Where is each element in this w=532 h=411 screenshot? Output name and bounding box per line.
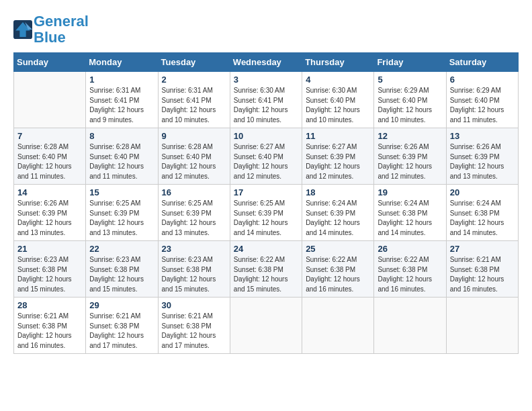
day-number: 21 [17, 244, 82, 254]
calendar-table: SundayMondayTuesdayWednesdayThursdayFrid… [13, 52, 519, 354]
calendar-day-cell: 8Sunrise: 6:28 AM Sunset: 6:40 PM Daylig… [86, 128, 158, 185]
calendar-day-cell: 7Sunrise: 6:28 AM Sunset: 6:40 PM Daylig… [14, 128, 86, 185]
day-info: Sunrise: 6:21 AM Sunset: 6:38 PM Dayligh… [17, 312, 82, 351]
calendar-day-cell: 22Sunrise: 6:23 AM Sunset: 6:38 PM Dayli… [86, 241, 158, 298]
day-info: Sunrise: 6:22 AM Sunset: 6:38 PM Dayligh… [234, 255, 298, 294]
calendar-week-row: 14Sunrise: 6:26 AM Sunset: 6:39 PM Dayli… [14, 185, 519, 241]
calendar-week-row: 28Sunrise: 6:21 AM Sunset: 6:38 PM Dayli… [14, 298, 519, 354]
calendar-day-cell: 17Sunrise: 6:25 AM Sunset: 6:39 PM Dayli… [230, 185, 302, 241]
calendar-day-cell [446, 298, 518, 354]
day-info: Sunrise: 6:27 AM Sunset: 6:39 PM Dayligh… [306, 142, 370, 181]
day-number: 7 [17, 131, 82, 141]
day-info: Sunrise: 6:21 AM Sunset: 6:38 PM Dayligh… [162, 312, 226, 351]
day-number: 18 [306, 187, 370, 197]
day-info: Sunrise: 6:21 AM Sunset: 6:38 PM Dayligh… [89, 312, 154, 351]
day-number: 25 [306, 244, 370, 254]
calendar-day-cell: 26Sunrise: 6:22 AM Sunset: 6:38 PM Dayli… [374, 241, 446, 298]
calendar-day-cell: 9Sunrise: 6:28 AM Sunset: 6:40 PM Daylig… [158, 128, 230, 185]
page-header: GeneralBlue [13, 13, 519, 46]
calendar-day-cell: 30Sunrise: 6:21 AM Sunset: 6:38 PM Dayli… [158, 298, 230, 354]
day-number: 1 [89, 75, 154, 85]
calendar-week-row: 7Sunrise: 6:28 AM Sunset: 6:40 PM Daylig… [14, 128, 519, 185]
day-number: 13 [450, 131, 515, 141]
day-number: 22 [89, 244, 154, 254]
day-info: Sunrise: 6:27 AM Sunset: 6:40 PM Dayligh… [234, 142, 298, 181]
day-info: Sunrise: 6:22 AM Sunset: 6:38 PM Dayligh… [378, 255, 442, 294]
calendar-day-cell: 24Sunrise: 6:22 AM Sunset: 6:38 PM Dayli… [230, 241, 302, 298]
calendar-header-row: SundayMondayTuesdayWednesdayThursdayFrid… [14, 53, 519, 72]
day-number: 10 [234, 131, 298, 141]
day-number: 23 [162, 244, 226, 254]
calendar-day-cell: 10Sunrise: 6:27 AM Sunset: 6:40 PM Dayli… [230, 128, 302, 185]
day-info: Sunrise: 6:26 AM Sunset: 6:39 PM Dayligh… [378, 142, 442, 181]
day-number: 11 [306, 131, 370, 141]
calendar-day-cell: 18Sunrise: 6:24 AM Sunset: 6:39 PM Dayli… [302, 185, 374, 241]
calendar-day-cell: 5Sunrise: 6:29 AM Sunset: 6:40 PM Daylig… [374, 72, 446, 128]
calendar-day-cell [374, 298, 446, 354]
calendar-day-cell: 11Sunrise: 6:27 AM Sunset: 6:39 PM Dayli… [302, 128, 374, 185]
calendar-day-cell: 19Sunrise: 6:24 AM Sunset: 6:38 PM Dayli… [374, 185, 446, 241]
day-number: 4 [306, 75, 370, 85]
day-number: 3 [234, 75, 298, 85]
day-number: 8 [89, 131, 154, 141]
calendar-day-cell: 1Sunrise: 6:31 AM Sunset: 6:41 PM Daylig… [86, 72, 158, 128]
day-info: Sunrise: 6:21 AM Sunset: 6:38 PM Dayligh… [450, 255, 515, 294]
calendar-day-cell: 27Sunrise: 6:21 AM Sunset: 6:38 PM Dayli… [446, 241, 518, 298]
weekday-header: Friday [374, 53, 446, 72]
day-info: Sunrise: 6:24 AM Sunset: 6:38 PM Dayligh… [450, 199, 515, 238]
day-info: Sunrise: 6:25 AM Sunset: 6:39 PM Dayligh… [89, 199, 154, 238]
day-info: Sunrise: 6:26 AM Sunset: 6:39 PM Dayligh… [450, 142, 515, 181]
calendar-day-cell [302, 298, 374, 354]
day-number: 26 [378, 244, 442, 254]
day-number: 27 [450, 244, 515, 254]
day-number: 9 [162, 131, 226, 141]
calendar-day-cell: 28Sunrise: 6:21 AM Sunset: 6:38 PM Dayli… [14, 298, 86, 354]
day-info: Sunrise: 6:24 AM Sunset: 6:39 PM Dayligh… [306, 199, 370, 238]
calendar-day-cell: 12Sunrise: 6:26 AM Sunset: 6:39 PM Dayli… [374, 128, 446, 185]
weekday-header: Sunday [14, 53, 86, 72]
day-number: 5 [378, 75, 442, 85]
day-number: 30 [162, 300, 226, 310]
day-number: 24 [234, 244, 298, 254]
day-number: 14 [17, 187, 82, 197]
day-info: Sunrise: 6:28 AM Sunset: 6:40 PM Dayligh… [17, 142, 82, 181]
calendar-day-cell: 13Sunrise: 6:26 AM Sunset: 6:39 PM Dayli… [446, 128, 518, 185]
day-info: Sunrise: 6:31 AM Sunset: 6:41 PM Dayligh… [162, 86, 226, 125]
calendar-day-cell: 14Sunrise: 6:26 AM Sunset: 6:39 PM Dayli… [14, 185, 86, 241]
calendar-day-cell: 3Sunrise: 6:30 AM Sunset: 6:41 PM Daylig… [230, 72, 302, 128]
weekday-header: Saturday [446, 53, 518, 72]
day-number: 2 [162, 75, 226, 85]
calendar-day-cell: 16Sunrise: 6:25 AM Sunset: 6:39 PM Dayli… [158, 185, 230, 241]
calendar-day-cell: 15Sunrise: 6:25 AM Sunset: 6:39 PM Dayli… [86, 185, 158, 241]
calendar-day-cell [230, 298, 302, 354]
day-info: Sunrise: 6:30 AM Sunset: 6:41 PM Dayligh… [234, 86, 298, 125]
day-info: Sunrise: 6:29 AM Sunset: 6:40 PM Dayligh… [378, 86, 442, 125]
day-info: Sunrise: 6:25 AM Sunset: 6:39 PM Dayligh… [234, 199, 298, 238]
calendar-day-cell: 29Sunrise: 6:21 AM Sunset: 6:38 PM Dayli… [86, 298, 158, 354]
logo: GeneralBlue [13, 13, 89, 46]
logo-icon [13, 20, 32, 39]
day-info: Sunrise: 6:28 AM Sunset: 6:40 PM Dayligh… [162, 142, 226, 181]
day-info: Sunrise: 6:23 AM Sunset: 6:38 PM Dayligh… [17, 255, 82, 294]
day-number: 15 [89, 187, 154, 197]
calendar-day-cell: 21Sunrise: 6:23 AM Sunset: 6:38 PM Dayli… [14, 241, 86, 298]
calendar-day-cell [14, 72, 86, 128]
day-info: Sunrise: 6:31 AM Sunset: 6:41 PM Dayligh… [89, 86, 154, 125]
weekday-header: Tuesday [158, 53, 230, 72]
day-info: Sunrise: 6:25 AM Sunset: 6:39 PM Dayligh… [162, 199, 226, 238]
day-number: 17 [234, 187, 298, 197]
day-info: Sunrise: 6:24 AM Sunset: 6:38 PM Dayligh… [378, 199, 442, 238]
day-number: 29 [89, 300, 154, 310]
calendar-week-row: 21Sunrise: 6:23 AM Sunset: 6:38 PM Dayli… [14, 241, 519, 298]
day-info: Sunrise: 6:26 AM Sunset: 6:39 PM Dayligh… [17, 199, 82, 238]
day-number: 28 [17, 300, 82, 310]
day-number: 6 [450, 75, 515, 85]
day-info: Sunrise: 6:22 AM Sunset: 6:38 PM Dayligh… [306, 255, 370, 294]
day-info: Sunrise: 6:29 AM Sunset: 6:40 PM Dayligh… [450, 86, 515, 125]
day-number: 16 [162, 187, 226, 197]
day-info: Sunrise: 6:28 AM Sunset: 6:40 PM Dayligh… [89, 142, 154, 181]
day-number: 19 [378, 187, 442, 197]
calendar-day-cell: 2Sunrise: 6:31 AM Sunset: 6:41 PM Daylig… [158, 72, 230, 128]
weekday-header: Wednesday [230, 53, 302, 72]
day-info: Sunrise: 6:30 AM Sunset: 6:40 PM Dayligh… [306, 86, 370, 125]
